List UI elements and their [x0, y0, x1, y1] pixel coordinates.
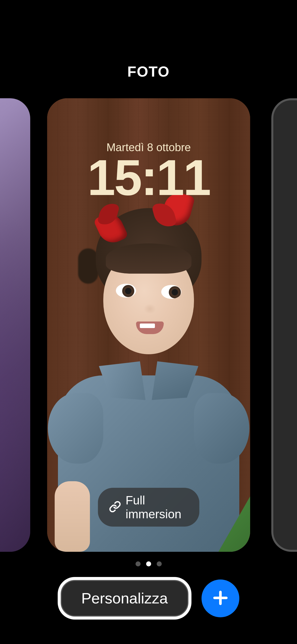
plus-icon — [212, 589, 229, 608]
wallpaper-card-current[interactable]: Martedì 8 ottobre 15:11 Full immersion — [47, 98, 250, 552]
bottom-toolbar: Personalizza — [0, 577, 297, 620]
customize-button-label: Personalizza — [81, 590, 168, 607]
wallpaper-carousel[interactable]: Martedì 8 ottobre 15:11 Full immersion — [0, 98, 297, 552]
customize-button[interactable]: Personalizza — [61, 580, 189, 617]
lockscreen-time: 15:11 — [47, 152, 250, 203]
focus-mode-label: Full immersion — [126, 493, 188, 521]
wallpaper-card-previous[interactable] — [0, 98, 30, 552]
page-dot — [136, 561, 141, 566]
link-icon — [109, 501, 121, 514]
page-indicator[interactable] — [0, 561, 297, 566]
add-wallpaper-button[interactable] — [202, 579, 239, 617]
wallpaper-card-next[interactable] — [271, 98, 297, 552]
focus-mode-pill[interactable]: Full immersion — [98, 488, 200, 527]
page-dot — [157, 561, 162, 566]
page-dot-active — [146, 561, 151, 566]
customize-button-wrapper: Personalizza — [58, 577, 192, 620]
page-title: FOTO — [0, 63, 297, 80]
